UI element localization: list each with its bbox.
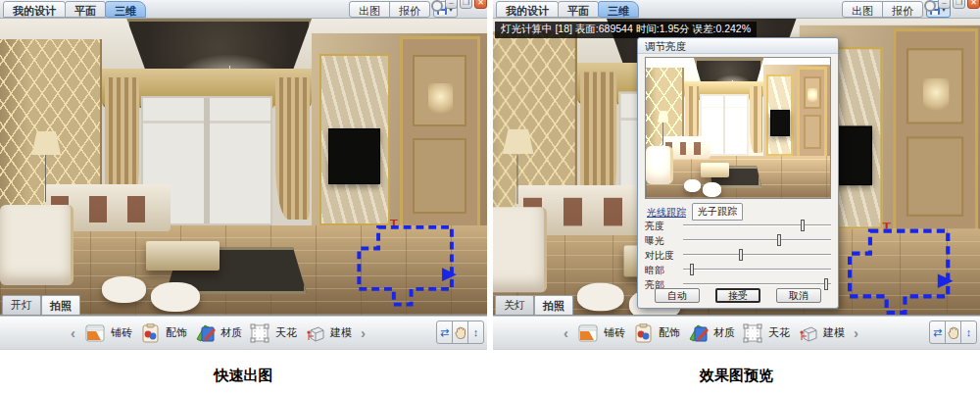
wall-sconce xyxy=(923,78,949,113)
tool-decor[interactable]: 配饰 xyxy=(139,322,187,344)
slider-thumb[interactable] xyxy=(777,234,781,246)
brightness-slider[interactable] xyxy=(683,224,831,226)
contrast-slider[interactable] xyxy=(683,254,831,256)
render-gold-panel xyxy=(400,36,480,231)
slider-thumb[interactable] xyxy=(739,249,743,261)
decor-icon xyxy=(632,322,654,344)
export-image-button[interactable]: 出图 xyxy=(349,1,390,18)
render-scene xyxy=(0,19,487,315)
tool-material[interactable]: 材质 xyxy=(687,322,735,344)
tool-label: 天花 xyxy=(768,325,790,340)
render-viewport[interactable]: 开灯 拍照 xyxy=(0,19,487,316)
tool-ceiling[interactable]: 天花 xyxy=(249,322,297,344)
left-topbar: 我的设计 平面 三维 出图 报价 ▼ – ❐ ✕ xyxy=(0,0,487,19)
render-drape-right xyxy=(750,86,762,154)
quote-button[interactable]: 报价 xyxy=(389,1,430,18)
swap-view-button[interactable]: ⇄ xyxy=(436,321,453,344)
model-icon xyxy=(304,322,325,344)
tool-label: 天花 xyxy=(275,325,297,340)
tool-label: 建模 xyxy=(330,325,352,340)
slider-row-exposure: 曝光 xyxy=(645,233,833,246)
render-tv xyxy=(328,128,379,184)
swap-arrows-icon: ⇄ xyxy=(440,326,449,339)
right-toolbar: ‹ 铺砖 配饰 xyxy=(493,316,980,349)
highlights-slider[interactable] xyxy=(683,283,831,285)
ceiling-icon xyxy=(249,322,270,344)
window-controls: – ❐ ✕ xyxy=(924,0,980,12)
pan-button[interactable] xyxy=(452,321,468,344)
render-coffee-table xyxy=(146,241,220,271)
slider-thumb[interactable] xyxy=(690,264,694,275)
tab-plan[interactable]: 平面 xyxy=(558,1,599,18)
tab-snapshot[interactable]: 拍照 xyxy=(534,295,573,315)
render-tv xyxy=(770,110,790,136)
tool-decor[interactable]: 配饰 xyxy=(632,322,680,344)
left-view-tabs: 我的设计 平面 三维 xyxy=(3,1,145,18)
tab-plan[interactable]: 平面 xyxy=(65,1,106,18)
accept-button[interactable]: 接受 xyxy=(715,288,760,303)
minimize-button[interactable]: – xyxy=(938,0,951,9)
tab-light-off[interactable]: 关灯 xyxy=(495,295,534,315)
slider-row-contrast: 对比度 xyxy=(645,248,833,261)
move-arrows-icon: ↕ xyxy=(966,326,972,338)
chevron-left-icon[interactable]: ‹ xyxy=(562,324,570,341)
render-scene xyxy=(646,58,830,198)
tool-tile[interactable]: 铺砖 xyxy=(577,322,625,344)
tool-ceiling[interactable]: 天花 xyxy=(742,322,790,344)
pan-button[interactable] xyxy=(945,321,961,344)
slider-thumb[interactable] xyxy=(801,220,805,231)
render-viewport[interactable]: 灯光计算中 [18] 表面:689544 时间:1.95分 误差:0.242% … xyxy=(493,19,980,316)
close-button[interactable]: ✕ xyxy=(967,0,980,9)
tab-my-design[interactable]: 我的设计 xyxy=(3,1,66,18)
shadows-slider[interactable] xyxy=(683,269,831,271)
tab-3d[interactable]: 三维 xyxy=(105,1,146,18)
close-button[interactable]: ✕ xyxy=(474,0,487,9)
tool-label: 铺砖 xyxy=(111,325,132,340)
tool-tile[interactable]: 铺砖 xyxy=(84,322,132,344)
render-stool xyxy=(102,276,146,303)
ceiling-icon xyxy=(742,322,763,344)
quote-button[interactable]: 报价 xyxy=(882,1,923,18)
render-preview-image xyxy=(645,57,831,199)
render-coffee-table xyxy=(701,163,728,176)
gear-icon[interactable] xyxy=(431,0,443,12)
annotation-arrow-icon xyxy=(442,269,457,282)
export-image-button[interactable]: 出图 xyxy=(842,1,883,18)
chevron-left-icon[interactable]: ‹ xyxy=(69,324,77,341)
exposure-slider[interactable] xyxy=(683,239,831,241)
swap-view-button[interactable]: ⇄ xyxy=(929,321,946,344)
tool-label: 材质 xyxy=(220,325,242,340)
render-stool xyxy=(151,282,200,312)
chevron-right-icon[interactable]: › xyxy=(852,324,860,341)
tab-my-design[interactable]: 我的设计 xyxy=(496,1,559,18)
right-view-tabs: 我的设计 平面 三维 xyxy=(496,1,638,18)
tool-model[interactable]: 建模 xyxy=(797,322,845,344)
minimize-button[interactable]: – xyxy=(445,0,458,9)
move-button[interactable]: ↕ xyxy=(960,321,977,344)
tab-light-on[interactable]: 开灯 xyxy=(2,295,41,315)
tab-3d[interactable]: 三维 xyxy=(598,1,639,18)
window-controls: – ❐ ✕ xyxy=(431,0,487,12)
adjust-brightness-dialog: 调节亮度 xyxy=(637,37,839,309)
tool-material[interactable]: 材质 xyxy=(194,322,242,344)
render-view xyxy=(0,19,487,315)
auto-button[interactable]: 自动 xyxy=(655,288,700,303)
slider-label: 曝光 xyxy=(645,234,664,248)
restore-button[interactable]: ❐ xyxy=(460,0,472,9)
move-button[interactable]: ↕ xyxy=(467,321,484,344)
tool-label: 材质 xyxy=(713,325,735,340)
model-icon xyxy=(797,322,818,344)
floor-lamp-stem xyxy=(517,154,518,204)
panel-render-preview: 我的设计 平面 三维 出图 报价 ▼ – ❐ ✕ xyxy=(493,0,980,350)
gear-icon[interactable] xyxy=(924,0,936,12)
material-icon xyxy=(194,322,216,344)
chevron-right-icon[interactable]: › xyxy=(359,324,368,341)
tool-model[interactable]: 建模 xyxy=(304,322,352,344)
right-bottom-tabs: 关灯 拍照 xyxy=(495,295,573,315)
tab-snapshot[interactable]: 拍照 xyxy=(41,295,80,315)
right-topbar: 我的设计 平面 三维 出图 报价 ▼ – ❐ ✕ xyxy=(493,0,980,19)
render-gold-panel xyxy=(893,28,978,235)
caption-right: 效果图预览 xyxy=(493,350,980,395)
cancel-button[interactable]: 取消 xyxy=(776,288,821,303)
restore-button[interactable]: ❐ xyxy=(953,0,965,9)
